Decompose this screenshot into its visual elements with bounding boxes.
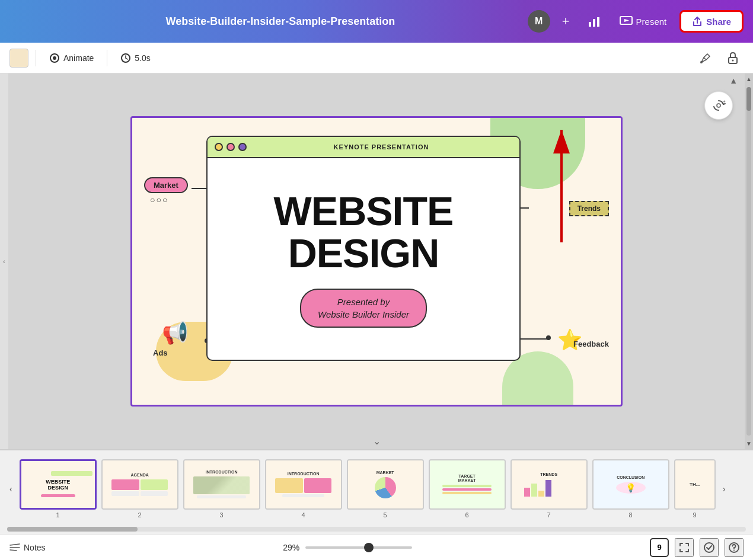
thumbnail-3[interactable]: INTRODUCTION bbox=[183, 459, 260, 510]
scrollbar-track[interactable] bbox=[746, 87, 751, 436]
ai-refresh-icon: + bbox=[711, 98, 726, 113]
share-button[interactable]: Share bbox=[679, 10, 744, 33]
line-feedback bbox=[520, 338, 550, 340]
thumb-wrapper-2: AGENDA 2 bbox=[101, 459, 178, 519]
lock-icon bbox=[728, 52, 738, 65]
dot-pink bbox=[226, 143, 235, 151]
present-label: Present bbox=[636, 17, 667, 27]
present-button[interactable]: Present bbox=[614, 12, 673, 30]
scroll-up-btn[interactable]: ▲ bbox=[744, 73, 753, 85]
thumbnail-5[interactable]: MARKET bbox=[347, 459, 424, 510]
top-header: Website-Builder-Insider-Sample-Presentat… bbox=[0, 0, 753, 43]
toolbar-right bbox=[695, 47, 744, 69]
thumbnail-7[interactable]: TRENDS bbox=[510, 459, 588, 510]
annotation-trends: Trends bbox=[569, 201, 609, 216]
scroll-down-btn[interactable]: ▼ bbox=[744, 438, 753, 449]
notes-label: Notes bbox=[24, 543, 46, 552]
scroll-down-arrow[interactable]: ⌄ bbox=[373, 436, 381, 447]
svg-text:+: + bbox=[723, 99, 726, 104]
thumb-wrapper-4: INTRODUCTION 4 bbox=[265, 459, 342, 519]
expand-icon bbox=[678, 542, 690, 553]
lock-button[interactable] bbox=[722, 47, 744, 69]
annotation-market: Market bbox=[144, 177, 188, 193]
thumb-num-7: 7 bbox=[547, 511, 551, 519]
thumb-content-2: AGENDA bbox=[103, 460, 177, 508]
left-arrow-icon: ‹ bbox=[3, 258, 5, 265]
share-label: Share bbox=[706, 17, 731, 27]
svg-line-9 bbox=[704, 57, 706, 60]
expand-button[interactable] bbox=[675, 538, 694, 557]
annotation-feedback: Feedback bbox=[573, 340, 609, 348]
thumbnail-1[interactable]: WEBSITEDESIGN bbox=[20, 459, 97, 510]
duration-button[interactable]: 5.0s bbox=[114, 50, 156, 66]
chart-button[interactable] bbox=[582, 11, 607, 31]
check-button[interactable] bbox=[700, 538, 719, 557]
thumb-content-6: TARGETMARKET bbox=[430, 460, 505, 508]
thumb-num-4: 4 bbox=[302, 511, 305, 519]
notes-button[interactable]: Notes bbox=[9, 543, 46, 552]
svg-rect-1 bbox=[593, 19, 595, 27]
divider-1 bbox=[36, 50, 36, 66]
browser-card: KEYNOTE PRESENTATION WEBSITE DESIGN Pres… bbox=[206, 136, 521, 361]
annotation-ads: Ads bbox=[153, 348, 168, 357]
paint-button[interactable] bbox=[695, 47, 716, 69]
thumb-wrapper-9: TH... 9 bbox=[674, 459, 716, 519]
zoom-slider-thumb bbox=[364, 543, 374, 552]
chart-icon bbox=[588, 15, 601, 28]
add-button[interactable]: + bbox=[557, 11, 575, 31]
thumb-num-9: 9 bbox=[693, 511, 697, 519]
thumbnail-4[interactable]: INTRODUCTION bbox=[265, 459, 342, 510]
title-line2: DESIGN bbox=[288, 231, 439, 276]
thumb-wrapper-5: MARKET 5 bbox=[347, 459, 424, 519]
megaphone-icon: 📢 bbox=[162, 321, 189, 345]
clock-icon bbox=[120, 53, 131, 63]
ai-refresh-button[interactable]: + bbox=[704, 91, 733, 120]
svg-point-6 bbox=[53, 56, 56, 60]
thumbnail-2[interactable]: AGENDA bbox=[101, 459, 178, 510]
slide-main-title: WEBSITE DESIGN bbox=[274, 190, 454, 275]
thumbnails-area: ‹ WEBSITEDESIGN 1 AGENDA bbox=[0, 449, 753, 534]
scrollbar-thumb bbox=[746, 87, 751, 111]
thumb-num-6: 6 bbox=[465, 511, 469, 519]
thumbnails-list: ‹ WEBSITEDESIGN 1 AGENDA bbox=[0, 450, 753, 527]
user-avatar[interactable]: M bbox=[528, 10, 550, 33]
status-right: 9 bbox=[650, 538, 744, 557]
status-center: 29% bbox=[53, 543, 643, 552]
slide-canvas[interactable]: Market ○○○ 📢 Ads Trends ⭐ Feedback bbox=[130, 116, 623, 407]
h-scrollbar[interactable] bbox=[7, 527, 746, 532]
thumb-content-3: INTRODUCTION bbox=[184, 460, 259, 508]
duration-label: 5.0s bbox=[135, 53, 150, 63]
share-icon bbox=[692, 16, 703, 27]
svg-point-11 bbox=[732, 59, 734, 61]
svg-point-12 bbox=[717, 104, 720, 107]
page-indicator[interactable]: 9 bbox=[650, 538, 669, 557]
thumb-num-3: 3 bbox=[220, 511, 224, 519]
svg-marker-4 bbox=[624, 19, 629, 22]
zoom-slider[interactable] bbox=[305, 546, 412, 549]
svg-line-18 bbox=[10, 550, 17, 551]
thumb-left-arrow[interactable]: ‹ bbox=[7, 482, 15, 496]
annotation-dots: ○○○ bbox=[150, 195, 168, 204]
browser-title-text: KEYNOTE PRESENTATION bbox=[334, 143, 429, 151]
animate-button[interactable]: Animate bbox=[43, 50, 100, 66]
thumb-num-1: 1 bbox=[56, 511, 60, 519]
svg-rect-0 bbox=[589, 22, 591, 27]
thumb-content-9: TH... bbox=[675, 460, 714, 508]
dot-purple bbox=[238, 143, 247, 151]
animate-label: Animate bbox=[63, 53, 94, 63]
thumb-right-arrow[interactable]: › bbox=[720, 482, 728, 496]
thumbnail-9[interactable]: TH... bbox=[674, 459, 716, 510]
paint-icon bbox=[699, 52, 712, 65]
help-button[interactable] bbox=[725, 538, 744, 557]
left-panel[interactable]: ‹ bbox=[0, 73, 8, 449]
thumbnail-6[interactable]: TARGETMARKET bbox=[429, 459, 506, 510]
canvas-area: ▲ + Market ○○○ 📢 Ads bbox=[8, 73, 745, 449]
dot-feedback bbox=[546, 335, 551, 340]
browser-titlebar: KEYNOTE PRESENTATION bbox=[208, 137, 519, 158]
svg-line-16 bbox=[10, 544, 20, 545]
help-icon bbox=[728, 542, 740, 553]
browser-content: WEBSITE DESIGN Presented byWebsite Build… bbox=[208, 158, 519, 360]
thumbnail-8[interactable]: CONCLUSION 💡 bbox=[592, 459, 669, 510]
color-picker[interactable] bbox=[9, 49, 28, 68]
scroll-up-arrow[interactable]: ▲ bbox=[729, 76, 738, 85]
